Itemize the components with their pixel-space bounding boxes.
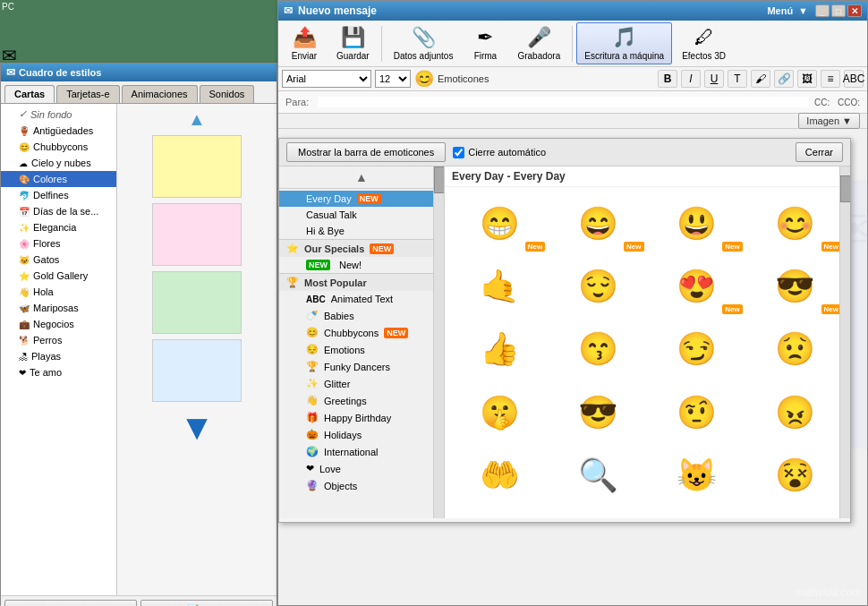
emoji-cell-7[interactable]: 😎 New bbox=[748, 257, 843, 316]
list-item-gatos[interactable]: 🐱Gatos bbox=[1, 252, 116, 268]
emoji-cell-10[interactable]: 😏 bbox=[650, 320, 745, 379]
emoji-cell-16[interactable]: 🤲 bbox=[452, 446, 547, 505]
tab-sonidos[interactable]: Sonidos bbox=[200, 85, 255, 103]
font-select[interactable]: Arial bbox=[282, 70, 371, 88]
emoji-cell-4[interactable]: 🤙 bbox=[452, 257, 547, 316]
list-item-chubbycons[interactable]: 😊Chubbycons bbox=[1, 139, 116, 155]
menu-arrow[interactable]: ▼ bbox=[798, 5, 808, 16]
text-button[interactable]: T bbox=[728, 70, 747, 88]
emoji-cell-8[interactable]: 👍 bbox=[452, 320, 547, 379]
list-item-playas[interactable]: 🏖Playas bbox=[1, 348, 116, 364]
list-item-negocios[interactable]: 💼Negocios bbox=[1, 316, 116, 332]
category-funky-dancers[interactable]: 🏆 Funky Dancers bbox=[279, 358, 444, 375]
category-international[interactable]: 🌍 International bbox=[279, 443, 444, 460]
emoji-cell-3[interactable]: 😊 New bbox=[748, 194, 843, 253]
list-scroll-up[interactable]: ▲ bbox=[279, 166, 444, 189]
category-animated-text[interactable]: ABC Animated Text bbox=[279, 291, 444, 307]
align-button[interactable]: ≡ bbox=[821, 70, 840, 88]
no-background-option[interactable]: ✓ Sin fondo bbox=[1, 106, 116, 123]
list-item-perros[interactable]: 🐕Perros bbox=[1, 332, 116, 348]
preview-card-green[interactable] bbox=[152, 271, 242, 334]
preview-scroll-arrow[interactable]: ▼ bbox=[179, 407, 215, 448]
tab-cartas[interactable]: Cartas bbox=[4, 85, 55, 103]
category-objects[interactable]: 🔮 Objects bbox=[279, 477, 444, 494]
list-item-dias[interactable]: 📅Días de la se... bbox=[1, 203, 116, 219]
image-button[interactable]: 🖼 bbox=[797, 70, 817, 88]
list-scrollbar-thumb[interactable] bbox=[434, 166, 445, 193]
emoticon-face[interactable]: 😊 bbox=[414, 69, 434, 89]
emoji-cell-12[interactable]: 🤫 bbox=[452, 383, 547, 442]
category-greetings[interactable]: 👋 Greetings bbox=[279, 392, 444, 409]
close-emoticons-button[interactable]: Cerrar bbox=[796, 142, 843, 162]
list-item-hola[interactable]: 👋Hola bbox=[1, 284, 116, 300]
emoji-cell-15[interactable]: 😠 bbox=[748, 383, 843, 442]
category-holidays[interactable]: 🎃 Holidays bbox=[279, 426, 444, 443]
preview-scroll-up[interactable]: ▲ bbox=[188, 109, 206, 130]
category-love[interactable]: ❤ Love bbox=[279, 460, 444, 477]
emoji-cell-18[interactable]: 😺 bbox=[650, 446, 745, 505]
emoji-cell-1[interactable]: 😄 New bbox=[550, 194, 645, 253]
auto-close-checkbox[interactable] bbox=[453, 147, 464, 158]
emoji-cell-14[interactable]: 🤨 bbox=[650, 383, 745, 442]
escritura-button[interactable]: 🎵 Escritura a máquina bbox=[576, 22, 672, 64]
list-item-te-amo[interactable]: ❤Te amo bbox=[1, 364, 116, 380]
crear-button[interactable]: 📝 Crear bbox=[140, 600, 273, 606]
emoji-cell-11[interactable]: 😟 bbox=[748, 320, 843, 379]
maximize-button[interactable]: □ bbox=[831, 4, 846, 17]
emoji-cell-6[interactable]: 😍 New bbox=[650, 257, 745, 316]
emoji-cell-0[interactable]: 😁 New bbox=[452, 194, 547, 253]
close-button[interactable]: ✕ bbox=[847, 4, 862, 17]
category-glitter[interactable]: ✨ Glitter bbox=[279, 375, 444, 392]
size-select[interactable]: 12 bbox=[375, 70, 411, 88]
preview-card-blue[interactable] bbox=[152, 339, 242, 402]
list-item-elegancia[interactable]: ✨Elegancia bbox=[1, 219, 116, 235]
list-item-gold[interactable]: ⭐Gold Gallery bbox=[1, 268, 116, 284]
grid-scrollbar[interactable] bbox=[839, 166, 850, 518]
auto-close-label[interactable]: Cierre automático bbox=[453, 147, 546, 158]
mas-cartas-button[interactable]: 📧 ¡Más cartas! bbox=[4, 600, 137, 606]
list-item-cielo[interactable]: ☁Cielo y nubes bbox=[1, 155, 116, 171]
grabadora-button[interactable]: 🎤 Grabadora bbox=[509, 22, 568, 64]
imagen-button[interactable]: Imagen ▼ bbox=[798, 113, 860, 129]
emoji-cell-19[interactable]: 😵 bbox=[748, 446, 843, 505]
category-hi-bye[interactable]: Hi & Bye bbox=[279, 223, 444, 239]
grid-scrollbar-thumb[interactable] bbox=[840, 175, 850, 202]
list-item-delfines[interactable]: 🐬Delfines bbox=[1, 187, 116, 203]
underline-button[interactable]: U bbox=[704, 70, 724, 88]
category-new[interactable]: NEW New! bbox=[279, 257, 444, 273]
emoji-cell-9[interactable]: 😙 bbox=[550, 320, 645, 379]
guardar-button[interactable]: 💾 Guardar bbox=[328, 22, 378, 64]
firma-button[interactable]: ✒ Firma bbox=[463, 22, 507, 64]
list-scrollbar[interactable] bbox=[433, 166, 444, 518]
list-item-antiguedades[interactable]: 🏺Antigüedades bbox=[1, 123, 116, 139]
link-button[interactable]: 🔗 bbox=[774, 70, 794, 88]
datos-adjuntos-button[interactable]: 📎 Datos adjuntos bbox=[386, 22, 462, 64]
spell-button[interactable]: ABC bbox=[844, 70, 864, 88]
list-item-flores[interactable]: 🌸Flores bbox=[1, 235, 116, 252]
emoji-cell-2[interactable]: 😃 New bbox=[650, 194, 745, 253]
minimize-button[interactable]: _ bbox=[815, 4, 830, 17]
enviar-button[interactable]: 📤 Enviar bbox=[282, 22, 327, 64]
menu-label[interactable]: Menú bbox=[767, 5, 793, 16]
show-bar-button[interactable]: Mostrar la barra de emoticones bbox=[286, 142, 446, 162]
efectos3d-button[interactable]: 🖊 Efectos 3D bbox=[674, 22, 734, 64]
preview-card-pink[interactable] bbox=[152, 203, 242, 266]
category-every-day[interactable]: Every Day NEW bbox=[279, 191, 444, 207]
emoji-cell-5[interactable]: 😌 bbox=[550, 257, 645, 316]
category-our-specials[interactable]: ⭐ Our Specials NEW bbox=[279, 239, 444, 257]
category-chubbycons[interactable]: 😊 Chubbycons NEW bbox=[279, 324, 444, 341]
preview-card-yellow[interactable] bbox=[152, 135, 242, 198]
bold-button[interactable]: B bbox=[658, 70, 677, 88]
category-babies[interactable]: 🍼 Babies bbox=[279, 307, 444, 324]
category-casual-talk[interactable]: Casual Talk bbox=[279, 207, 444, 223]
category-happy-birthday[interactable]: 🎁 Happy Birthday bbox=[279, 409, 444, 426]
tab-animaciones[interactable]: Animaciones bbox=[122, 85, 198, 103]
emoji-cell-17[interactable]: 🔍 bbox=[550, 446, 645, 505]
italic-button[interactable]: I bbox=[681, 70, 701, 88]
para-input[interactable] bbox=[318, 97, 809, 107]
category-most-popular[interactable]: 🏆 Most Popular bbox=[279, 273, 444, 291]
category-emotions[interactable]: 😔 Emotions bbox=[279, 341, 444, 358]
emoji-cell-13[interactable]: 😎 bbox=[550, 383, 645, 442]
tab-tarjetas[interactable]: Tarjetas-e bbox=[56, 85, 119, 103]
paint-button[interactable]: 🖌 bbox=[751, 70, 770, 88]
